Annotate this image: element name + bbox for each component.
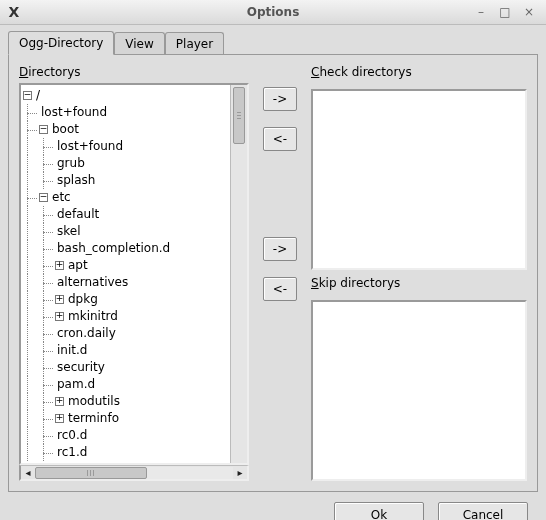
skip-directorys-list[interactable] [311, 300, 527, 481]
tree-node-label: grub [55, 155, 85, 172]
collapse-icon[interactable] [39, 193, 48, 202]
expand-icon[interactable] [55, 312, 64, 321]
tree-node-label: default [55, 206, 99, 223]
tree-node[interactable]: pam.d [23, 376, 228, 393]
cancel-button[interactable]: Cancel [438, 502, 528, 520]
tree-node[interactable]: cron.daily [23, 325, 228, 342]
tree-node[interactable]: bash_completion.d [23, 240, 228, 257]
tab-view[interactable]: View [114, 32, 164, 55]
tree-node-label: cron.daily [55, 325, 116, 342]
tree-node[interactable]: boot [23, 121, 228, 138]
tree-node-label: rc1.d [55, 444, 87, 461]
directorys-label: Directorys [19, 65, 249, 79]
add-to-check-button[interactable]: -> [263, 87, 297, 111]
maximize-icon[interactable]: □ [498, 5, 512, 19]
tree-node[interactable]: dpkg [23, 291, 228, 308]
app-icon: X [4, 2, 24, 22]
tree-node[interactable]: rc0.d [23, 427, 228, 444]
window-title: Options [0, 5, 546, 19]
expand-icon[interactable] [55, 414, 64, 423]
tree-node-label: skel [55, 223, 81, 240]
titlebar: X Options – □ × [0, 0, 546, 25]
tree-node-label: terminfo [66, 410, 119, 427]
tree-node-label: etc [50, 189, 71, 206]
tab-ogg-directory[interactable]: Ogg-Directory [8, 31, 114, 55]
add-to-skip-button[interactable]: -> [263, 237, 297, 261]
tree-node-label: rc0.d [55, 427, 87, 444]
tree-node[interactable]: mkinitrd [23, 308, 228, 325]
expand-icon[interactable] [55, 397, 64, 406]
tree-node-label: security [55, 359, 105, 376]
tree-node[interactable]: grub [23, 155, 228, 172]
tree-node-label: / [34, 87, 40, 104]
tree-node[interactable]: splash [23, 172, 228, 189]
remove-from-check-button[interactable]: <- [263, 127, 297, 151]
collapse-icon[interactable] [39, 125, 48, 134]
directory-tree[interactable]: /lost+foundbootlost+foundgrubsplashetcde… [19, 83, 249, 465]
tree-node-label: boot [50, 121, 79, 138]
tree-node[interactable]: / [23, 87, 228, 104]
tab-player[interactable]: Player [165, 32, 224, 55]
tree-node-label: mkinitrd [66, 308, 118, 325]
tab-bar: Ogg-DirectoryViewPlayer [8, 30, 538, 54]
tree-node-label: splash [55, 172, 95, 189]
tree-node[interactable]: rc1.d [23, 444, 228, 461]
tree-node-label: dpkg [66, 291, 98, 308]
scroll-right-icon[interactable]: ▸ [233, 466, 247, 480]
tree-node[interactable]: apt [23, 257, 228, 274]
ok-button[interactable]: Ok [334, 502, 424, 520]
scroll-left-icon[interactable]: ◂ [21, 466, 35, 480]
tree-vertical-scrollbar[interactable] [230, 85, 247, 463]
minimize-icon[interactable]: – [474, 5, 488, 19]
tree-node[interactable]: lost+found [23, 104, 228, 121]
remove-from-skip-button[interactable]: <- [263, 277, 297, 301]
tree-node-label: lost+found [55, 138, 123, 155]
tree-node-label: bash_completion.d [55, 240, 170, 257]
tree-node[interactable]: skel [23, 223, 228, 240]
tree-node[interactable]: alternatives [23, 274, 228, 291]
tab-panel-ogg-directory: Directorys /lost+foundbootlost+foundgrub… [8, 54, 538, 492]
check-directorys-list[interactable] [311, 89, 527, 270]
tree-node[interactable]: lost+found [23, 138, 228, 155]
tree-node-label: modutils [66, 393, 120, 410]
tree-node[interactable]: init.d [23, 342, 228, 359]
tree-node[interactable]: security [23, 359, 228, 376]
tree-node-label: apt [66, 257, 88, 274]
tree-node-label: lost+found [39, 104, 107, 121]
collapse-icon[interactable] [23, 91, 32, 100]
check-directorys-label: Check directorys [311, 65, 527, 79]
tree-node[interactable]: modutils [23, 393, 228, 410]
tree-node[interactable]: default [23, 206, 228, 223]
expand-icon[interactable] [55, 261, 64, 270]
close-icon[interactable]: × [522, 5, 536, 19]
tree-node-label: init.d [55, 342, 87, 359]
tree-node-label: pam.d [55, 376, 95, 393]
tree-node[interactable]: etc [23, 189, 228, 206]
tree-node[interactable]: terminfo [23, 410, 228, 427]
tree-horizontal-scrollbar[interactable]: ◂ ▸ [19, 465, 249, 481]
tree-node-label: alternatives [55, 274, 128, 291]
skip-directorys-label: Skip directorys [311, 276, 527, 290]
expand-icon[interactable] [55, 295, 64, 304]
